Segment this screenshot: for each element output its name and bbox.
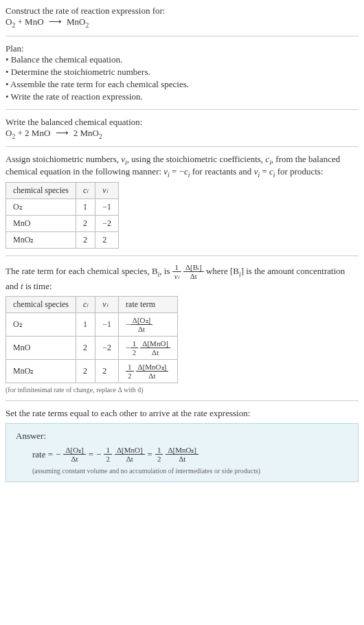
cell-c: 2: [76, 336, 95, 359]
prompt-text: Construct the rate of reaction expressio…: [5, 5, 359, 16]
assign-section: Assign stoichiometric numbers, νi, using…: [5, 154, 359, 249]
table-row: MnO 2 −2 −12 Δ[MnO]Δt: [6, 336, 178, 359]
table-row: MnO₂ 2 2 12 Δ[MnO₂]Δt: [6, 359, 178, 383]
input-equation: O2 + MnO ⟶ MnO2: [5, 16, 359, 29]
cell-species: MnO₂: [6, 232, 76, 249]
cell-species: MnO: [6, 336, 76, 359]
plan-item: • Assemble the rate term for each chemic…: [5, 79, 359, 90]
frac-half: 12: [155, 446, 163, 463]
table-row: MnO₂ 2 2: [6, 232, 119, 249]
header-section: Construct the rate of reaction expressio…: [5, 5, 359, 29]
answer-label: Answer:: [16, 431, 348, 442]
cell-species: O₂: [6, 312, 76, 336]
frac-dBi-dt: Δ[Bᵢ]Δt: [183, 263, 204, 280]
cell-c: 1: [76, 312, 95, 336]
table-row: MnO 2 −2: [6, 216, 119, 232]
neg-sign: −: [56, 449, 60, 460]
bal-rhs: 2 MnO2: [71, 128, 102, 138]
table-header-row: chemical species cᵢ νᵢ rate term: [6, 296, 178, 312]
frac-1-over-nu: 1νᵢ: [172, 263, 181, 280]
bal-plus: + 2 MnO: [15, 128, 52, 138]
cell-rate: −12 Δ[MnO]Δt: [119, 336, 178, 359]
col-rate: rate term: [119, 296, 178, 312]
frac-dmno2-dt: Δ[MnO₂]Δt: [166, 446, 198, 463]
plan-list: • Balance the chemical equation. • Deter…: [5, 54, 359, 102]
assign-text: Assign stoichiometric numbers, νi, using…: [5, 154, 340, 177]
cell-c: 1: [76, 199, 95, 216]
col-species: chemical species: [6, 296, 76, 312]
divider: [5, 400, 359, 401]
divider: [5, 36, 359, 36]
cell-nu: −2: [95, 336, 119, 359]
final-title: Set the rate terms equal to each other t…: [5, 408, 359, 419]
equals-sign: =: [89, 449, 93, 460]
cell-species: MnO₂: [6, 359, 76, 383]
balanced-title: Write the balanced chemical equation:: [5, 117, 359, 128]
equals-sign: =: [148, 449, 152, 460]
cell-c: 2: [76, 359, 95, 383]
cell-nu: −2: [95, 216, 119, 232]
frac-do2-dt: Δ[O₂]Δt: [63, 446, 85, 463]
final-section: Set the rate terms equal to each other t…: [5, 408, 359, 482]
arrow-icon: ⟶: [56, 128, 69, 139]
cell-species: O₂: [6, 199, 76, 216]
divider: [5, 146, 359, 147]
frac-dmno-dt: Δ[MnO]Δt: [115, 446, 145, 463]
col-species: chemical species: [6, 183, 76, 199]
cell-rate: −Δ[O₂]Δt: [119, 312, 178, 336]
answer-box: Answer: rate = − Δ[O₂]Δt = − 12 Δ[MnO]Δt…: [5, 423, 359, 482]
col-ci: cᵢ: [76, 183, 95, 199]
neg-sign: −: [96, 449, 101, 460]
cell-rate: 12 Δ[MnO₂]Δt: [119, 359, 178, 383]
table-row: O₂ 1 −1 −Δ[O₂]Δt: [6, 312, 178, 336]
table-footnote: (for infinitesimal rate of change, repla…: [5, 386, 359, 394]
plan-item: • Write the rate of reaction expression.: [5, 91, 359, 102]
plan-section: Plan: • Balance the chemical equation. •…: [5, 43, 359, 102]
cell-c: 2: [76, 216, 95, 232]
balanced-equation: O2 + 2 MnO ⟶ 2 MnO2: [5, 128, 359, 140]
col-nui: νᵢ: [95, 296, 119, 312]
plan-title: Plan:: [5, 43, 359, 54]
rate-table: chemical species cᵢ νᵢ rate term O₂ 1 −1…: [5, 296, 178, 384]
table-header-row: chemical species cᵢ νᵢ: [6, 183, 119, 199]
cell-c: 2: [76, 232, 95, 249]
cell-nu: 2: [95, 359, 119, 383]
stoich-table: chemical species cᵢ νᵢ O₂ 1 −1 MnO 2 −2 …: [5, 182, 119, 249]
arrow-icon: ⟶: [49, 16, 62, 27]
answer-note: (assuming constant volume and no accumul…: [32, 467, 348, 475]
rateterm-section: The rate term for each chemical species,…: [5, 263, 359, 394]
cell-species: MnO: [6, 216, 76, 232]
rateterm-text: The rate term for each chemical species,…: [5, 266, 345, 291]
col-nui: νᵢ: [95, 183, 119, 199]
plan-item: • Determine the stoichiometric numbers.: [5, 67, 359, 78]
frac-half: 12: [104, 446, 112, 463]
divider: [5, 109, 359, 110]
cell-nu: −1: [95, 312, 119, 336]
rhs-mno2: MnO2: [65, 16, 89, 27]
col-ci: cᵢ: [76, 296, 95, 312]
plus-mno: + MnO: [15, 16, 46, 27]
answer-expression: rate = − Δ[O₂]Δt = − 12 Δ[MnO]Δt = 12 Δ[…: [32, 446, 348, 463]
rate-equals: rate =: [32, 449, 53, 460]
balanced-section: Write the balanced chemical equation: O2…: [5, 117, 359, 140]
divider: [5, 255, 359, 256]
cell-nu: −1: [95, 199, 119, 216]
lhs-o2: O2: [5, 16, 15, 27]
plan-item: • Balance the chemical equation.: [5, 54, 359, 65]
cell-nu: 2: [95, 232, 119, 249]
table-row: O₂ 1 −1: [6, 199, 119, 216]
bal-o2: O2: [5, 128, 15, 138]
